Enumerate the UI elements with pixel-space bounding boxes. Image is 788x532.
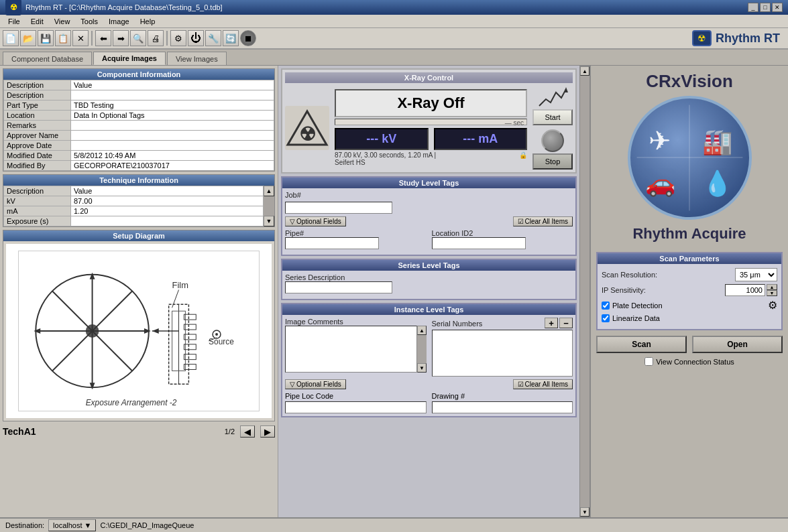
pipe-loc-input[interactable] [285, 401, 427, 413]
power-btn[interactable]: ⏻ [188, 30, 204, 46]
tab-bar: Component Database Acquire Images View I… [0, 50, 788, 66]
remove-serial-btn[interactable]: − [559, 318, 573, 328]
start-btn[interactable]: Start [532, 109, 573, 125]
tech-value-ma: 1.20 [71, 206, 264, 216]
destination-label: Destination: [5, 521, 44, 529]
menu-bar: File Edit View Tools Image Help [0, 15, 788, 28]
menu-edit[interactable]: Edit [25, 17, 49, 26]
window-controls[interactable]: _ □ ✕ [748, 3, 783, 12]
plate-detection-checkbox[interactable] [602, 302, 610, 310]
minimize-btn[interactable]: _ [748, 3, 758, 12]
stop-btn[interactable]: Stop [532, 153, 573, 170]
menu-view[interactable]: View [49, 17, 76, 26]
locid-label: Location ID2 [432, 229, 573, 237]
ip-sensitivity-input[interactable] [725, 284, 765, 296]
comments-scrollbar: ▲ ▼ [417, 326, 426, 373]
wrench-btn[interactable]: 🔧 [205, 30, 221, 46]
next-page-btn[interactable]: ▶ [260, 425, 275, 438]
serial-header-row: Serial Numbers + − [432, 318, 573, 330]
new-btn[interactable]: 📄 [3, 30, 19, 46]
stop-btn[interactable]: ⏹ [240, 30, 256, 46]
print-btn[interactable]: 🖨 [148, 30, 164, 46]
tech-scroll-down[interactable]: ▼ [264, 216, 274, 226]
close-file-btn[interactable]: ✕ [72, 30, 89, 46]
component-info-title: Component Information [3, 69, 274, 80]
import-btn[interactable]: ⬅ [95, 30, 111, 46]
plate-detection-settings-icon[interactable]: ⚙ [768, 299, 777, 312]
comments-scroll-down[interactable]: ▼ [417, 363, 426, 373]
scan-btn[interactable]: Scan [596, 336, 687, 353]
table-row: Description Value [4, 186, 264, 196]
save-as-btn[interactable]: 📋 [55, 30, 71, 46]
refresh-btn[interactable]: 🔄 [223, 30, 239, 46]
study-clear-btn[interactable]: ☑ Clear All Items [513, 216, 573, 226]
ip-sensitivity-row: IP Sensitivity: ▲ ▼ [602, 284, 777, 296]
menu-tools[interactable]: Tools [75, 17, 103, 26]
export-btn[interactable]: ➡ [113, 30, 129, 46]
technique-info-title: Technique Information [3, 175, 274, 186]
menu-file[interactable]: File [3, 17, 25, 26]
inst-optional-icon: ▽ [290, 381, 295, 388]
prev-page-btn[interactable]: ◀ [240, 425, 255, 438]
instance-optional-btn[interactable]: ▽ Optional Fields [285, 379, 346, 389]
logo-circle: ✈ 🏭 🚗 💧 [628, 96, 752, 220]
table-row: Modified Date 5/8/2012 10:49 AM [4, 151, 274, 161]
tab-component-database[interactable]: Component Database [3, 52, 92, 65]
add-serial-btn[interactable]: + [545, 318, 558, 328]
comments-textarea[interactable] [285, 326, 417, 373]
page-display: 1/2 [225, 427, 235, 436]
technique-scrollbar: ▲ ▼ [264, 186, 274, 226]
instance-clear-btn[interactable]: ☑ Clear All Items [513, 379, 573, 389]
tech-col-desc: Description [4, 186, 71, 196]
drawing-input[interactable] [432, 401, 573, 413]
pipe-input[interactable] [285, 237, 379, 249]
study-tags-content: Job# ▽ Optional Fields ☑ [282, 188, 575, 255]
tech-value-kv: 87.00 [71, 196, 264, 206]
serial-textarea[interactable] [432, 330, 573, 377]
diagram-content: Film Source [6, 244, 272, 418]
status-bar: Destination: localhost ▼ C:\GEDI_RAD_Ima… [0, 517, 788, 532]
view-connection-checkbox[interactable] [644, 357, 653, 366]
label-remarks: Remarks [4, 121, 71, 131]
tab-acquire-images[interactable]: Acquire Images [93, 52, 166, 65]
center-scroll-down[interactable]: ▼ [580, 507, 589, 517]
open-btn[interactable]: 📂 [20, 30, 36, 46]
config-btn[interactable]: ⚙ [170, 30, 186, 46]
save-btn[interactable]: 💾 [38, 30, 54, 46]
linearize-data-checkbox[interactable] [602, 314, 610, 322]
ip-sensitivity-down[interactable]: ▼ [767, 290, 777, 296]
table-row: Location Data In Optional Tags [4, 111, 274, 121]
tech-label-exposure: Exposure (s) [4, 216, 71, 226]
tech-value-exposure [71, 216, 264, 226]
locid-input[interactable] [432, 237, 526, 249]
maximize-btn[interactable]: □ [760, 3, 771, 12]
component-info-section: Component Information Description Value … [3, 68, 275, 172]
series-tags-title: Series Level Tags [282, 260, 575, 271]
scan-resolution-select[interactable]: 35 μm 50 μm 100 μm 200 μm [735, 268, 777, 281]
pipe-field: Pipe# [285, 229, 427, 249]
view-btn[interactable]: 🔍 [130, 30, 146, 46]
center-scroll-up[interactable]: ▲ [580, 66, 589, 76]
study-optional-btn[interactable]: ▽ Optional Fields [285, 216, 346, 226]
ip-sensitivity-up[interactable]: ▲ [767, 284, 777, 290]
technique-table-scroll: Description Value kV 87.00 mA 1.20 Exp [3, 186, 264, 226]
add-remove-btns: + − [545, 318, 573, 328]
menu-help[interactable]: Help [135, 17, 161, 26]
destination-btn[interactable]: localhost ▼ [48, 519, 96, 531]
drawing-label: Drawing # [432, 392, 573, 400]
series-desc-input[interactable] [285, 281, 392, 293]
open-btn[interactable]: Open [692, 336, 783, 353]
col-header-description: Description [4, 80, 71, 90]
close-btn[interactable]: ✕ [772, 3, 783, 12]
instance-fields-row: Pipe Loc Code Drawing # [285, 392, 573, 413]
menu-image[interactable]: Image [103, 17, 135, 26]
comments-scroll-up[interactable]: ▲ [417, 326, 426, 335]
tech-scroll-up[interactable]: ▲ [264, 186, 274, 196]
svg-text:💧: 💧 [701, 169, 732, 198]
view-connection-label: View Connection Status [656, 358, 734, 366]
label-description: Description [4, 90, 71, 101]
tab-view-images[interactable]: View Images [167, 52, 227, 65]
instance-tags-title: Instance Level Tags [282, 304, 575, 315]
clear-label: Clear All Items [525, 218, 568, 225]
job-input[interactable] [285, 202, 392, 214]
